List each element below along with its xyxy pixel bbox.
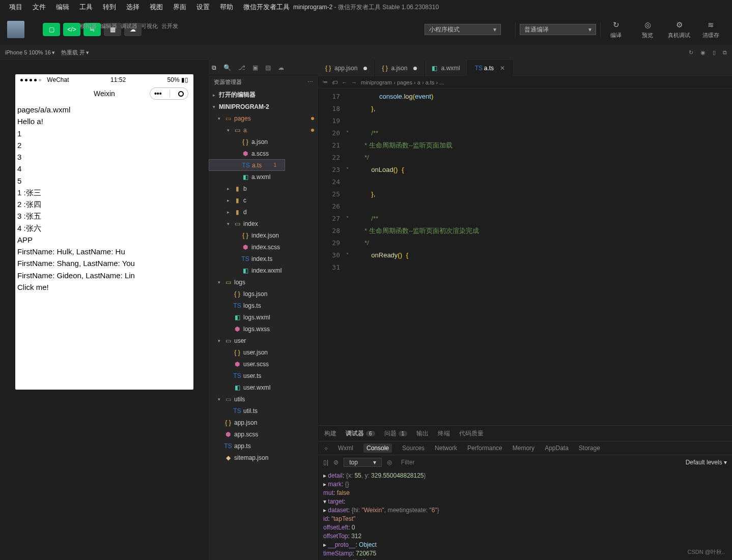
devtab-Network[interactable]: Network xyxy=(435,445,457,452)
branch-icon[interactable]: ⎇ xyxy=(238,64,245,71)
tree-item-a.scss[interactable]: ⬢ a.scss xyxy=(209,148,318,159)
panel-tab-构建[interactable]: 构建 xyxy=(324,429,336,438)
orientation-icon[interactable]: ▯ xyxy=(713,49,716,56)
simulator-button[interactable]: ▢ xyxy=(43,23,60,36)
box-icon[interactable]: ▣ xyxy=(252,64,258,71)
tab-app.json[interactable]: { } app.json xyxy=(318,60,375,76)
devtab-AppData[interactable]: AppData xyxy=(545,445,569,452)
phone-preview[interactable]: WeChat 11:52 50% ▮▯ Weixin ••• pages/a/a… xyxy=(15,74,193,390)
tree-item-app.ts[interactable]: TS app.ts xyxy=(209,440,318,452)
tree-item-sitemap.json[interactable]: ◆ sitemap.json xyxy=(209,452,318,463)
tree-item-logs.wxss[interactable]: ⬢ logs.wxss xyxy=(209,323,318,335)
files-icon[interactable]: ⧉ xyxy=(212,64,216,71)
more-icon[interactable]: ⋯ xyxy=(307,79,313,85)
crumb-item[interactable]: a xyxy=(417,79,420,85)
tree-item-a[interactable]: ▾ ▭ a xyxy=(209,124,318,136)
back-icon[interactable]: ← xyxy=(342,79,347,85)
menu-选择[interactable]: 选择 xyxy=(121,3,145,11)
tree-item-index.json[interactable]: { } index.json xyxy=(209,229,318,241)
tab-a.json[interactable]: { } a.json xyxy=(375,60,425,76)
user-avatar[interactable] xyxy=(7,21,24,38)
tree-item-d[interactable]: ▸ ▮ d xyxy=(209,206,318,218)
tree-item-logs.ts[interactable]: TS logs.ts xyxy=(209,300,318,311)
menu-文件[interactable]: 文件 xyxy=(27,3,51,11)
layout-icon[interactable]: ▤ xyxy=(265,64,271,71)
project-root[interactable]: ▾MINIPROGRAM-2 xyxy=(209,101,318,112)
tree-item-a.json[interactable]: { } a.json xyxy=(209,136,318,148)
menu-微信开发者工具[interactable]: 微信开发者工具 xyxy=(238,3,295,11)
crumb-item[interactable]: pages xyxy=(397,79,412,85)
panel-tab-调试器[interactable]: 调试器6 xyxy=(346,429,375,438)
opened-editors-section[interactable]: ▸打开的编辑器 xyxy=(209,89,318,101)
tree-item-user.ts[interactable]: TS user.ts xyxy=(209,370,318,381)
crumb-item[interactable]: a.ts xyxy=(426,79,435,85)
menu-转到[interactable]: 转到 xyxy=(98,3,121,11)
tree-item-logs.json[interactable]: { } logs.json xyxy=(209,288,318,300)
menu-项目[interactable]: 项目 xyxy=(4,3,27,11)
forward-icon[interactable]: → xyxy=(351,79,357,85)
device-select[interactable]: iPhone 5 100% 16▾ xyxy=(5,49,55,56)
devtab-Wxml[interactable]: Wxml xyxy=(338,445,353,452)
tree-item-index.ts[interactable]: TS index.ts xyxy=(209,253,318,264)
menu-编辑[interactable]: 编辑 xyxy=(51,3,74,11)
menu-设置[interactable]: 设置 xyxy=(191,3,215,11)
devtab-Storage[interactable]: Storage xyxy=(579,445,600,452)
tab-a.wxml[interactable]: ◧ a.wxml xyxy=(425,60,467,76)
tree-item-utils[interactable]: ▾ ▭ utils xyxy=(209,393,318,405)
editor-button[interactable]: </> xyxy=(63,23,80,36)
eye-icon[interactable]: ◎ xyxy=(387,459,392,466)
tree-item-app.scss[interactable]: ⬢ app.scss xyxy=(209,428,318,440)
mode-select[interactable]: 小程序模式▾ xyxy=(425,24,501,35)
panel-tab-输出[interactable]: 输出 xyxy=(416,429,429,438)
tab-a.ts[interactable]: TS a.ts ✕ xyxy=(468,60,513,76)
tree-item-a.wxml[interactable]: ◧ a.wxml xyxy=(209,171,318,183)
filter-input[interactable]: Filter xyxy=(397,459,681,466)
tree-item-logs.wxml[interactable]: ◧ logs.wxml xyxy=(209,311,318,323)
crumb-item[interactable]: miniprogram xyxy=(361,79,392,85)
devtab-Console[interactable]: Console xyxy=(363,444,392,453)
code-editor[interactable]: 171819202122232425262728293031 ˅˅˅˅ cons… xyxy=(318,89,732,425)
clear-icon[interactable]: ⊘ xyxy=(333,459,339,466)
menu-帮助[interactable]: 帮助 xyxy=(215,3,238,11)
devtab-Sources[interactable]: Sources xyxy=(402,445,425,452)
tree-item-c[interactable]: ▸ ▮ c xyxy=(209,194,318,206)
tree-item-util.ts[interactable]: TS util.ts xyxy=(209,405,318,417)
menu-界面[interactable]: 界面 xyxy=(168,3,191,11)
cloud-icon[interactable]: ☁ xyxy=(278,64,284,71)
tree-item-index[interactable]: ▾ ▭ index xyxy=(209,218,318,229)
tree-item-pages[interactable]: ▾ ▭ pages xyxy=(209,112,318,124)
log-levels[interactable]: Default levels ▾ xyxy=(686,459,727,466)
toolbar-真机调试[interactable]: ⚙真机调试 xyxy=(668,20,690,39)
tree-item-user.scss[interactable]: ⬢ user.scss xyxy=(209,358,318,370)
capsule-menu[interactable]: ••• xyxy=(150,87,188,100)
tree-item-a.ts[interactable]: TS a.ts 1 xyxy=(209,159,285,171)
fold-column[interactable]: ˅˅˅˅ xyxy=(346,89,355,425)
compile-select[interactable]: 普通编译▾ xyxy=(520,24,596,35)
tree-item-logs[interactable]: ▾ ▭ logs xyxy=(209,276,318,288)
tree-item-b[interactable]: ▸ ▮ b xyxy=(209,183,318,194)
tree-item-index.wxml[interactable]: ◧ index.wxml xyxy=(209,264,318,276)
panel-tab-终端[interactable]: 终端 xyxy=(438,429,450,438)
tree-item-user.wxml[interactable]: ◧ user.wxml xyxy=(209,381,318,393)
devtab-Memory[interactable]: Memory xyxy=(513,445,534,452)
panel-tab-代码质量[interactable]: 代码质量 xyxy=(459,429,484,438)
toolbar-预览[interactable]: ◎预览 xyxy=(636,20,659,39)
hot-reload[interactable]: 热重载 开▾ xyxy=(61,49,89,56)
code-body[interactable]: console.log(event) }, /** * 生命周期函数--监听页面… xyxy=(355,89,732,425)
stop-icon[interactable]: ▯| xyxy=(323,459,328,466)
close-icon[interactable]: ✕ xyxy=(500,65,505,72)
crumb-item[interactable]: ... xyxy=(439,79,444,85)
tree-item-index.scss[interactable]: ⬢ index.scss xyxy=(209,241,318,253)
toolbar-清缓存[interactable]: ≋清缓存 xyxy=(699,20,722,39)
menu-视图[interactable]: 视图 xyxy=(145,3,168,11)
devtab-Performance[interactable]: Performance xyxy=(467,445,502,452)
record-icon[interactable]: ◉ xyxy=(700,49,706,56)
elements-icon[interactable]: ⟐ xyxy=(324,445,328,452)
toolbar-编译[interactable]: ↻编译 xyxy=(605,20,627,39)
menu-工具[interactable]: 工具 xyxy=(74,3,98,11)
tree-item-app.json[interactable]: { } app.json xyxy=(209,417,318,428)
refresh-icon[interactable]: ↻ xyxy=(689,49,693,56)
search-icon[interactable]: 🔍 xyxy=(223,64,231,71)
tree-item-user.json[interactable]: { } user.json xyxy=(209,346,318,358)
console-output[interactable]: ▸ detail: {x: 55, y: 329.550048828125}▸ … xyxy=(318,469,732,560)
